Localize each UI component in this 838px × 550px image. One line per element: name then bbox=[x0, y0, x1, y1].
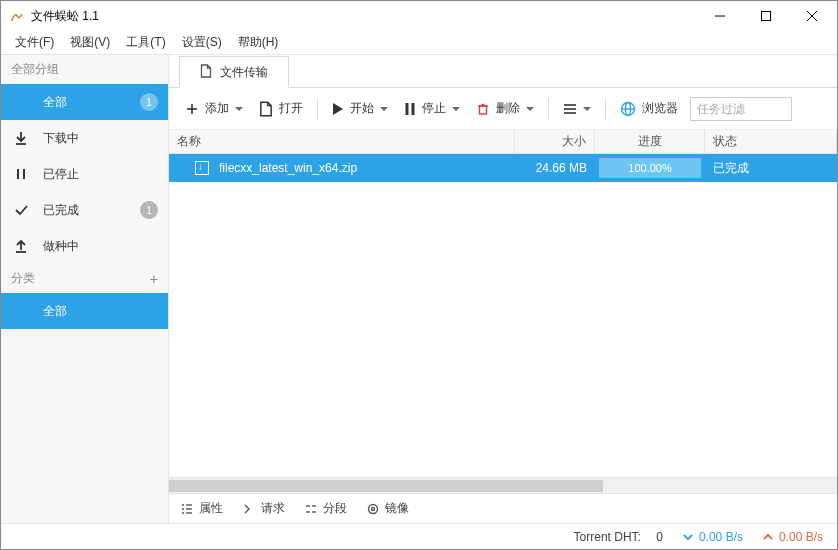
checkmark-icon bbox=[13, 202, 29, 218]
sidebar-item-completed[interactable]: 已完成 1 bbox=[1, 192, 168, 228]
sidebar-item-label: 全部 bbox=[43, 303, 67, 320]
browser-button[interactable]: 浏览器 bbox=[612, 94, 686, 124]
menu-help[interactable]: 帮助(H) bbox=[230, 31, 287, 54]
detail-tabs: 属性 请求 分段 镜像 bbox=[169, 493, 837, 523]
task-list: filecxx_latest_win_x64.zip 24.66 MB 100.… bbox=[169, 154, 837, 477]
toolbar: 添加 打开 开始 停止 删除 bbox=[169, 88, 837, 130]
task-status: 已完成 bbox=[705, 154, 837, 182]
column-size[interactable]: 大小 bbox=[515, 130, 595, 153]
window-title: 文件蜈蚣 1.1 bbox=[31, 8, 697, 25]
sidebar-item-category-all[interactable]: 全部 bbox=[1, 293, 168, 329]
chevron-down-icon bbox=[583, 107, 591, 111]
download-icon bbox=[13, 130, 29, 146]
tab-label: 文件传输 bbox=[220, 64, 268, 81]
svg-rect-16 bbox=[480, 106, 487, 114]
hamburger-icon bbox=[13, 94, 29, 110]
column-progress[interactable]: 进度 bbox=[595, 130, 705, 153]
progress-bar: 100.00% bbox=[599, 158, 701, 178]
column-name[interactable]: 名称 bbox=[169, 130, 515, 153]
tab-properties[interactable]: 属性 bbox=[181, 500, 223, 517]
sidebar-item-all[interactable]: 全部 1 bbox=[1, 84, 168, 120]
chevron-down-icon bbox=[452, 107, 460, 111]
app-icon bbox=[9, 8, 25, 24]
menu-settings[interactable]: 设置(S) bbox=[174, 31, 230, 54]
status-dht: Torrent DHT: 0 bbox=[574, 530, 663, 544]
sidebar-item-label: 下载中 bbox=[43, 130, 79, 147]
close-button[interactable] bbox=[789, 1, 835, 31]
sidebar: 全部分组 全部 1 下载中 已停止 已完成 1 做种中 分类 + bbox=[1, 55, 169, 523]
sidebar-item-label: 全部 bbox=[43, 94, 67, 111]
status-download-speed: 0.00 B/s bbox=[683, 530, 743, 544]
minimize-button[interactable] bbox=[697, 1, 743, 31]
horizontal-scrollbar[interactable] bbox=[169, 477, 837, 493]
menu-file[interactable]: 文件(F) bbox=[7, 31, 62, 54]
open-button[interactable]: 打开 bbox=[251, 94, 311, 124]
add-button[interactable]: 添加 bbox=[177, 94, 251, 124]
task-size: 24.66 MB bbox=[515, 154, 595, 182]
chevron-down-icon bbox=[380, 107, 388, 111]
table-row[interactable]: filecxx_latest_win_x64.zip 24.66 MB 100.… bbox=[169, 154, 837, 182]
pause-icon bbox=[13, 166, 29, 182]
column-status[interactable]: 状态 bbox=[705, 130, 837, 153]
count-badge: 1 bbox=[140, 93, 158, 111]
sidebar-item-seeding[interactable]: 做种中 bbox=[1, 228, 168, 264]
maximize-button[interactable] bbox=[743, 1, 789, 31]
filter-input[interactable] bbox=[690, 97, 792, 121]
menubar: 文件(F) 视图(V) 工具(T) 设置(S) 帮助(H) bbox=[1, 31, 837, 55]
tab-segments[interactable]: 分段 bbox=[305, 500, 347, 517]
svg-point-0 bbox=[11, 19, 13, 21]
sidebar-item-paused[interactable]: 已停止 bbox=[1, 156, 168, 192]
delete-button[interactable]: 删除 bbox=[468, 94, 542, 124]
menu-tools[interactable]: 工具(T) bbox=[118, 31, 173, 54]
list-header: 名称 大小 进度 状态 bbox=[169, 130, 837, 154]
svg-point-36 bbox=[372, 507, 375, 510]
status-upload-speed: 0.00 B/s bbox=[763, 530, 823, 544]
list-options-button[interactable] bbox=[555, 94, 599, 124]
titlebar: 文件蜈蚣 1.1 bbox=[1, 1, 837, 31]
content-panel: 文件传输 添加 打开 开始 停止 删除 bbox=[169, 55, 837, 523]
svg-point-35 bbox=[369, 504, 378, 513]
svg-marker-13 bbox=[333, 103, 343, 115]
chevron-down-icon bbox=[235, 107, 243, 111]
tab-file-transfer[interactable]: 文件传输 bbox=[179, 56, 289, 88]
main-area: 全部分组 全部 1 下载中 已停止 已完成 1 做种中 分类 + bbox=[1, 55, 837, 523]
menu-view[interactable]: 视图(V) bbox=[62, 31, 118, 54]
sidebar-item-downloading[interactable]: 下载中 bbox=[1, 120, 168, 156]
task-name: filecxx_latest_win_x64.zip bbox=[219, 161, 357, 175]
count-badge: 1 bbox=[140, 201, 158, 219]
stop-button[interactable]: 停止 bbox=[396, 94, 468, 124]
sidebar-item-label: 已完成 bbox=[43, 202, 79, 219]
document-icon bbox=[200, 64, 212, 81]
sidebar-item-label: 做种中 bbox=[43, 238, 79, 255]
start-button[interactable]: 开始 bbox=[324, 94, 396, 124]
chevron-down-icon bbox=[526, 107, 534, 111]
sidebar-header-category: 分类 + bbox=[1, 264, 168, 293]
tab-mirrors[interactable]: 镜像 bbox=[367, 500, 409, 517]
tab-strip: 文件传输 bbox=[169, 55, 837, 88]
statusbar: Torrent DHT: 0 0.00 B/s 0.00 B/s bbox=[1, 523, 837, 549]
sidebar-header-groups: 全部分组 bbox=[1, 55, 168, 84]
hamburger-icon bbox=[13, 303, 29, 319]
add-category-icon[interactable]: + bbox=[150, 271, 158, 287]
sidebar-item-label: 已停止 bbox=[43, 166, 79, 183]
archive-icon bbox=[195, 161, 209, 175]
tab-request[interactable]: 请求 bbox=[243, 500, 285, 517]
svg-rect-2 bbox=[762, 12, 771, 21]
upload-icon bbox=[13, 238, 29, 254]
